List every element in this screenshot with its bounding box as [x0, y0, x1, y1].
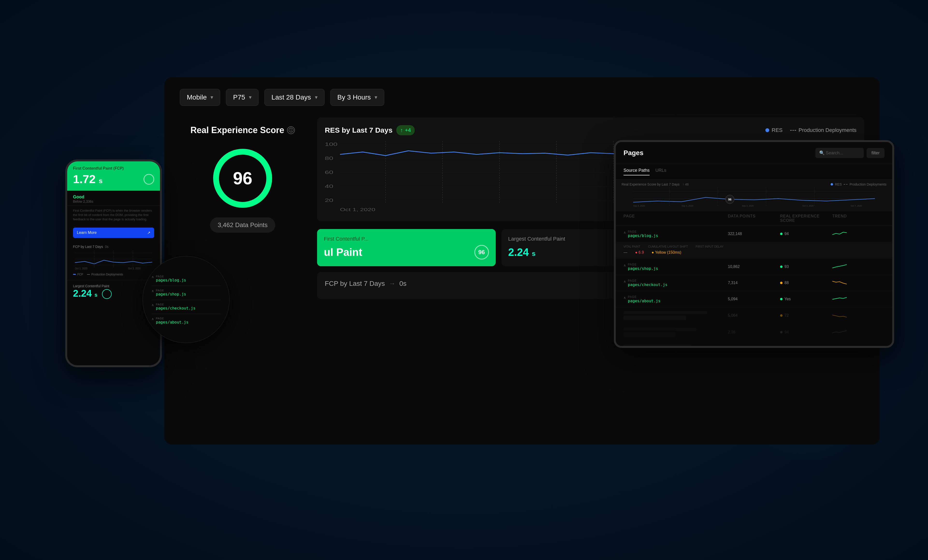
fcp-label: First Contentful P...	[324, 236, 489, 242]
up-arrow-icon: ↑	[400, 127, 403, 133]
phone-fcp-header: First Contentful Paint (FCP)	[73, 166, 154, 171]
context-item: ∧ PAGE pages/checkout.js	[151, 303, 221, 314]
res-score-cell: 88	[780, 281, 832, 285]
res-score-val: 72	[785, 313, 789, 318]
trend-cell	[832, 311, 884, 320]
expand-icon[interactable]: ∧	[624, 279, 626, 283]
tablet-filter-button[interactable]: filter	[867, 148, 884, 158]
chevron-down-icon: ▾	[211, 94, 213, 101]
expand-icon[interactable]: ∧	[624, 296, 626, 299]
context-label: PAGE	[156, 275, 186, 278]
expand-icon[interactable]: ∧	[151, 275, 154, 279]
svg-text:Oct 7, 2020: Oct 7, 2020	[851, 204, 862, 207]
expand-icon[interactable]: ∧	[151, 317, 154, 321]
res-score-cell: 94	[780, 232, 832, 236]
context-path: pages/about.js	[156, 320, 189, 325]
tablet-content: Pages 🔍 Search... filter Source Paths UR…	[616, 142, 892, 346]
context-item: ∧ PAGE pages/blog.js	[151, 275, 221, 286]
score-indicator	[780, 233, 783, 235]
external-link-icon: ↗	[147, 230, 150, 235]
svg-text:Sep 4, 2020: Sep 4, 2020	[682, 204, 693, 207]
timerange-dropdown[interactable]: Last 28 Days ▾	[264, 89, 324, 106]
res-legend-dot	[765, 128, 769, 132]
svg-text:40: 40	[325, 184, 333, 189]
vital-paint-val: —	[624, 250, 627, 255]
tab-source-paths[interactable]: Source Paths	[624, 168, 650, 175]
legend-deployments-label: Production Deployments	[798, 127, 856, 133]
res-title-row: Real Experience Score ⓘ	[191, 125, 295, 135]
res-score-cell: Yes	[780, 297, 832, 301]
context-path: pages/checkout.js	[156, 306, 195, 310]
res-score-cell: 94	[780, 330, 832, 334]
toolbar: Mobile ▾ P75 ▾ Last 28 Days ▾ By 3 Hours…	[164, 77, 880, 117]
col-vital-paint: VITAL PAINT	[624, 245, 640, 248]
expand-icon[interactable]: ∧	[624, 230, 626, 234]
table-row: ∧ PAGE pages/shop.js 10,862 93	[616, 259, 892, 275]
svg-text:Oct 3, 2020: Oct 3, 2020	[802, 204, 814, 207]
phone-legend-fcp: FCP	[77, 273, 83, 276]
expand-icon[interactable]: ∧	[624, 263, 626, 267]
percentile-label: P75	[233, 93, 245, 101]
timerange-label: Last 28 Days	[272, 93, 311, 101]
info-icon[interactable]: ⓘ	[287, 127, 295, 134]
tablet-tabs: Source Paths URLs	[616, 164, 892, 180]
trend-cell	[832, 345, 884, 346]
page-label: PAGE	[628, 230, 658, 233]
svg-text:100: 100	[325, 142, 337, 147]
layout-shift-val: ● 6.9	[635, 250, 644, 255]
col-res: REAL EXPERIENCE SCORE	[780, 214, 832, 223]
col-layout-shift: CUMULATIVE LAYOUT SHIFT	[648, 245, 688, 248]
data-points-value: 5,094	[728, 297, 780, 301]
trend-cell	[832, 295, 884, 303]
tablet-chart-badge: ↑ 46	[682, 182, 689, 186]
context-item: ∧ PAGE pages/shop.js	[151, 289, 221, 300]
percentile-dropdown[interactable]: P75 ▾	[226, 89, 259, 106]
table-row: ∧ PAGE pages/about.js 5,094 Yes	[616, 291, 892, 307]
trend-cell	[832, 230, 884, 238]
svg-text:96: 96	[728, 198, 731, 201]
device-label: Mobile	[187, 93, 207, 101]
tablet-legend-res: RES	[835, 182, 842, 186]
page-label: PAGE	[628, 295, 661, 299]
context-path: pages/blog.js	[156, 278, 186, 282]
tab-urls[interactable]: URLs	[655, 168, 666, 175]
interval-dropdown[interactable]: By 3 Hours ▾	[330, 89, 385, 106]
fcp-metric-card: First Contentful P... ul Paint 96	[317, 229, 496, 266]
phone-chart-delta: 0s	[105, 245, 108, 249]
good-sub: Below 2,336s	[73, 200, 154, 203]
learn-more-button[interactable]: Learn More ↗	[73, 227, 154, 238]
res-score-cell: 72	[780, 313, 832, 318]
tablet-header: Pages 🔍 Search... filter	[616, 142, 892, 164]
legend-res: RES	[765, 127, 783, 133]
trend-cell	[832, 262, 884, 271]
tablet-title: Pages	[624, 149, 644, 157]
tablet-legend-deployments: Production Deployments	[849, 182, 887, 186]
tablet-mini-chart-section: Real Experience Score by Last 7 Days ↑ 4…	[616, 180, 892, 211]
arrow-right-icon: →	[389, 280, 395, 287]
score-indicator	[780, 282, 783, 284]
phone-mockup: First Contentful Paint (FCP) 1.72 s Good…	[65, 159, 162, 367]
context-path: pages/shop.js	[156, 292, 186, 296]
expand-icon[interactable]: ∧	[151, 303, 154, 307]
device-dropdown[interactable]: Mobile ▾	[180, 89, 220, 106]
context-item: ∧ PAGE pages/about.js	[151, 317, 221, 325]
res-chart-delta: +4	[405, 127, 411, 133]
tablet-mini-chart-title: Real Experience Score by Last 7 Days	[621, 182, 679, 186]
table-row: 1,157 94	[616, 341, 892, 346]
context-label: PAGE	[156, 317, 189, 320]
page-label: PAGE	[628, 279, 667, 282]
fcp-chart-delta: 0s	[399, 280, 406, 287]
col-datapoints: DATA POINTS	[728, 214, 780, 223]
expand-icon[interactable]: ∧	[151, 289, 154, 293]
fcp-value: ul Paint	[324, 246, 362, 258]
table-rows: ∧ PAGE pages/blog.js 322,148 94	[616, 226, 892, 346]
res-title-text: Real Experience Score	[191, 125, 284, 135]
res-score-number: 96	[233, 168, 252, 188]
phone-fcp-value: 1.72 s	[73, 172, 102, 186]
res-chart-badge: ↑ +4	[396, 125, 415, 135]
deployments-legend-dash	[790, 130, 796, 131]
svg-text:Oct 1, 2020: Oct 1, 2020	[75, 267, 87, 270]
res-chart-title: RES by Last 7 Days	[325, 126, 392, 134]
tablet-search-input[interactable]: 🔍 Search...	[815, 148, 864, 158]
phone-lcp-label: Largest Contentful Paint	[73, 284, 154, 288]
